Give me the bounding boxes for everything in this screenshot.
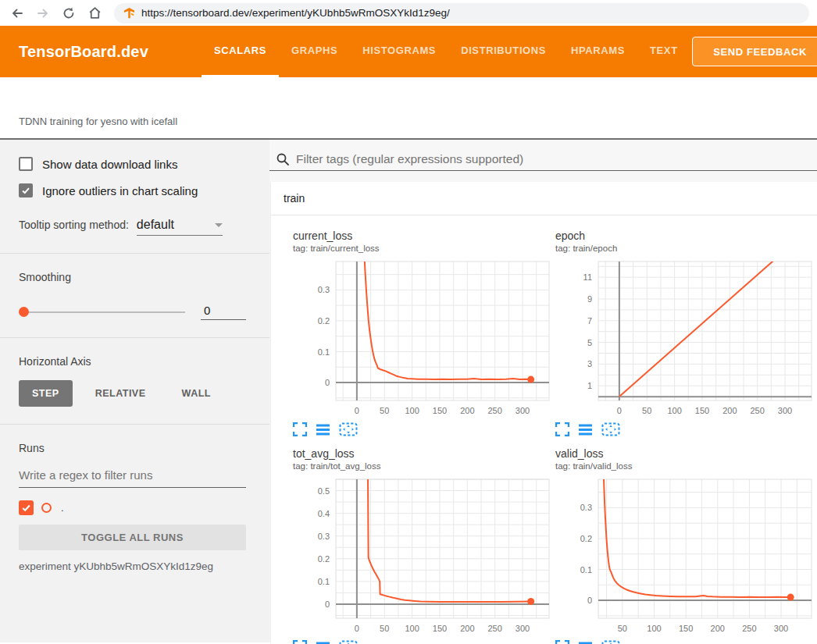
chart-plot[interactable]: 05010015020025030000.10.20.30.40.5	[293, 478, 551, 635]
log-scale-icon[interactable]	[316, 422, 330, 436]
tab-distributions[interactable]: DISTRIBUTIONS	[448, 26, 558, 77]
tensorboard-favicon	[123, 7, 135, 19]
tooltip-sorting-value: default	[137, 218, 174, 232]
fit-domain-icon[interactable]	[339, 422, 358, 436]
reload-icon[interactable]	[59, 4, 78, 23]
divider	[0, 253, 269, 254]
svg-text:150: 150	[679, 624, 693, 633]
expand-chart-icon[interactable]	[555, 640, 569, 644]
svg-text:50: 50	[642, 406, 651, 415]
svg-text:100: 100	[405, 406, 419, 415]
chart-card-valid_loss: valid_loss tag: train/valid_loss 5010015…	[555, 447, 813, 644]
home-icon[interactable]	[85, 4, 104, 23]
chevron-down-icon	[215, 223, 223, 227]
chart-actions	[555, 422, 813, 436]
chart-tag: tag: train/tot_avg_loss	[293, 461, 551, 471]
tab-histograms[interactable]: HISTOGRAMS	[350, 26, 448, 77]
chart-title: current_loss	[293, 229, 551, 243]
url-bar[interactable]: https://tensorboard.dev/experiment/yKUbh…	[114, 3, 809, 23]
svg-text:200: 200	[722, 406, 737, 415]
tab-text[interactable]: TEXT	[637, 26, 690, 77]
chart-actions	[293, 640, 551, 644]
svg-text:250: 250	[751, 406, 765, 415]
run-name: .	[61, 502, 64, 514]
chart-actions	[555, 640, 813, 644]
svg-text:100: 100	[667, 406, 681, 415]
tag-group-header-train[interactable]: train	[271, 182, 817, 215]
checkbox-label: Ignore outliers in chart scaling	[42, 184, 198, 197]
svg-text:0.3: 0.3	[580, 503, 592, 512]
tag-filter-row	[269, 148, 817, 171]
back-icon[interactable]	[8, 4, 27, 23]
runs-filter-input[interactable]	[19, 465, 246, 488]
chart-plot[interactable]: 5010015020025030000.10.20.3	[555, 478, 813, 635]
axis-wall-button[interactable]: WALL	[169, 380, 224, 407]
expand-chart-icon[interactable]	[555, 422, 569, 436]
svg-text:3: 3	[587, 359, 592, 368]
expand-chart-icon[interactable]	[293, 640, 307, 644]
svg-text:0: 0	[355, 624, 359, 633]
svg-text:0.2: 0.2	[580, 534, 592, 543]
send-feedback-button[interactable]: SEND FEEDBACK	[692, 37, 817, 66]
experiment-id-label: experiment yKUbhb5wRmOSXYkId1z9eg	[19, 560, 246, 572]
app-brand: TensorBoard.dev	[19, 43, 148, 61]
chart-tag: tag: train/valid_loss	[555, 461, 813, 471]
svg-text:100: 100	[405, 624, 419, 633]
expand-chart-icon[interactable]	[293, 422, 307, 436]
toggle-all-runs-button[interactable]: TOGGLE ALL RUNS	[19, 525, 246, 550]
svg-text:5: 5	[587, 338, 592, 347]
runs-label: Runs	[19, 442, 246, 454]
svg-text:0.1: 0.1	[580, 565, 592, 575]
svg-text:200: 200	[460, 624, 474, 633]
svg-text:0.2: 0.2	[318, 554, 330, 564]
tab-hparams[interactable]: HPARAMS	[558, 26, 637, 77]
svg-text:0: 0	[325, 600, 330, 609]
chart-plot[interactable]: 0501001502002503001357911	[555, 260, 813, 418]
forward-icon[interactable]	[34, 4, 52, 23]
checkbox-label: Show data download links	[42, 158, 177, 171]
tag-filter-input[interactable]	[296, 152, 817, 166]
show-download-links-checkbox[interactable]: Show data download links	[19, 157, 246, 171]
axis-step-button[interactable]: STEP	[19, 380, 73, 407]
log-scale-icon[interactable]	[578, 422, 593, 436]
checkbox-icon	[19, 157, 33, 171]
horizontal-axis-label: Horizontal Axis	[19, 355, 246, 368]
axis-relative-button[interactable]: RELATIVE	[82, 380, 159, 407]
fit-domain-icon[interactable]	[339, 640, 358, 644]
app-header: TensorBoard.dev SCALARSGRAPHSHISTOGRAMSD…	[0, 26, 817, 77]
svg-text:300: 300	[516, 406, 530, 415]
log-scale-icon[interactable]	[578, 640, 593, 644]
svg-text:250: 250	[488, 624, 502, 633]
svg-text:150: 150	[433, 624, 447, 633]
fit-domain-icon[interactable]	[601, 422, 620, 436]
svg-text:150: 150	[433, 406, 447, 415]
checkbox-icon	[19, 183, 33, 197]
svg-text:300: 300	[774, 624, 788, 633]
tab-graphs[interactable]: GRAPHS	[279, 26, 350, 77]
settings-sidebar: Show data download links Ignore outliers…	[0, 140, 269, 642]
chart-actions	[293, 422, 551, 436]
smoothing-value-input[interactable]: 0	[201, 304, 246, 320]
log-scale-icon[interactable]	[316, 640, 330, 644]
svg-text:0: 0	[325, 378, 330, 387]
divider	[0, 424, 269, 425]
ignore-outliers-checkbox[interactable]: Ignore outliers in chart scaling	[19, 183, 246, 197]
tooltip-sorting-select[interactable]: default	[137, 218, 223, 236]
run-row: .	[19, 500, 246, 515]
run-checkbox[interactable]	[19, 500, 34, 515]
chart-plot[interactable]: 05010015020025030000.10.20.3	[293, 260, 551, 418]
tab-scalars[interactable]: SCALARS	[202, 26, 279, 77]
tooltip-sorting-label: Tooltip sorting method:	[19, 219, 129, 231]
svg-text:0: 0	[617, 406, 622, 415]
smoothing-slider[interactable]	[19, 311, 185, 313]
chart-tag: tag: train/current_loss	[293, 243, 551, 254]
fit-domain-icon[interactable]	[601, 640, 620, 644]
svg-text:0.1: 0.1	[318, 347, 330, 357]
svg-text:0.1: 0.1	[318, 577, 330, 586]
svg-text:0.3: 0.3	[318, 532, 330, 541]
slider-thumb[interactable]	[19, 307, 29, 317]
svg-text:100: 100	[647, 624, 661, 633]
svg-text:300: 300	[778, 406, 792, 415]
experiment-title-row: TDNN training for yesno with icefall	[0, 77, 817, 140]
run-color-swatch[interactable]	[41, 503, 52, 513]
